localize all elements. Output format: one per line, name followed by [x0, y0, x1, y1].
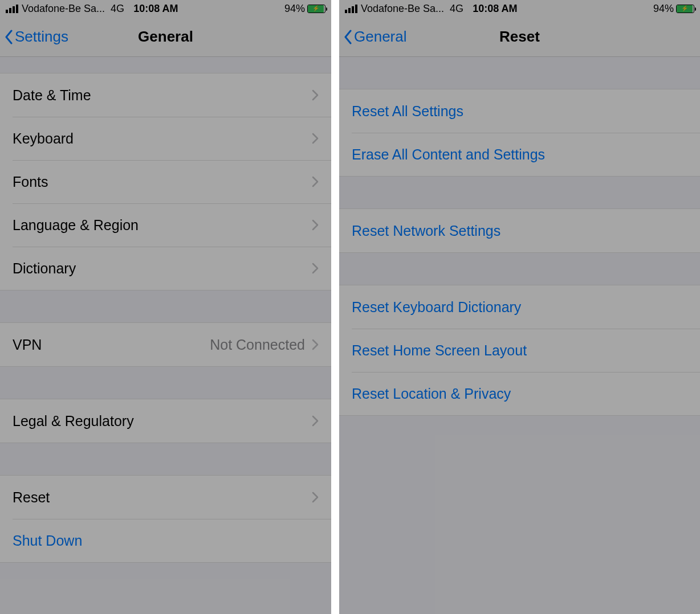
content: Reset All Settings Erase All Content and…	[339, 57, 700, 416]
row-label: Fonts	[13, 174, 48, 190]
charging-icon: ⚡	[312, 6, 319, 11]
carrier-label: Vodafone-Be Sa...	[361, 3, 444, 15]
chevron-right-icon	[312, 263, 319, 274]
row-label: Reset Home Screen Layout	[352, 342, 527, 359]
signal-icon	[345, 5, 357, 13]
row-reset-keyboard-dictionary[interactable]: Reset Keyboard Dictionary	[339, 285, 700, 329]
battery-icon: ⚡	[676, 5, 694, 13]
row-label: Reset Location & Privacy	[352, 386, 511, 402]
row-label: Language & Region	[13, 217, 139, 234]
row-erase-all-content[interactable]: Erase All Content and Settings	[339, 133, 700, 176]
phone-gap	[331, 0, 339, 614]
group-reset-main: Reset All Settings Erase All Content and…	[339, 89, 700, 177]
row-value: Not Connected	[210, 337, 305, 353]
row-label: Reset	[13, 489, 50, 506]
row-keyboard[interactable]: Keyboard	[0, 117, 331, 160]
chevron-right-icon	[312, 89, 319, 101]
phone-reset: Vodafone-Be Sa... 4G 10:08 AM 94% ⚡ Gene…	[339, 0, 700, 614]
row-label: Reset All Settings	[352, 103, 463, 120]
chevron-left-icon	[3, 28, 14, 46]
row-label: Legal & Regulatory	[13, 413, 134, 429]
group-reset-shutdown: Reset Shut Down	[0, 475, 331, 563]
back-button-general[interactable]: General	[339, 28, 407, 46]
row-label: VPN	[13, 337, 42, 353]
row-fonts[interactable]: Fonts	[0, 160, 331, 203]
group-vpn: VPN Not Connected	[0, 322, 331, 367]
chevron-right-icon	[312, 492, 319, 503]
chevron-right-icon	[312, 415, 319, 427]
back-label: General	[354, 28, 407, 46]
chevron-right-icon	[312, 339, 319, 350]
row-reset-all-settings[interactable]: Reset All Settings	[339, 89, 700, 133]
signal-icon	[6, 5, 18, 13]
row-vpn[interactable]: VPN Not Connected	[0, 323, 331, 366]
clock: 10:08 AM	[133, 3, 178, 15]
nav-bar: General Reset	[339, 17, 700, 57]
battery-percent: 94%	[284, 3, 305, 15]
charging-icon: ⚡	[681, 6, 688, 11]
status-bar: Vodafone-Be Sa... 4G 10:08 AM 94% ⚡	[0, 0, 331, 17]
row-label: Keyboard	[13, 130, 74, 147]
status-bar: Vodafone-Be Sa... 4G 10:08 AM 94% ⚡	[339, 0, 700, 17]
carrier-label: Vodafone-Be Sa...	[22, 3, 105, 15]
back-label: Settings	[15, 28, 68, 46]
row-date-time[interactable]: Date & Time	[0, 73, 331, 117]
clock: 10:08 AM	[473, 3, 517, 15]
group-reset-other: Reset Keyboard Dictionary Reset Home Scr…	[339, 285, 700, 416]
row-legal-regulatory[interactable]: Legal & Regulatory	[0, 399, 331, 443]
network-type: 4G	[111, 3, 124, 15]
row-label: Shut Down	[13, 533, 82, 549]
group-general-1: Date & Time Keyboard Fonts Language & Re…	[0, 73, 331, 290]
row-dictionary[interactable]: Dictionary	[0, 247, 331, 290]
row-shut-down[interactable]: Shut Down	[0, 519, 331, 562]
network-type: 4G	[450, 3, 463, 15]
chevron-left-icon	[343, 28, 353, 46]
row-reset-home-screen-layout[interactable]: Reset Home Screen Layout	[339, 329, 700, 372]
row-label: Reset Network Settings	[352, 223, 500, 239]
chevron-right-icon	[312, 133, 319, 144]
content: Date & Time Keyboard Fonts Language & Re…	[0, 57, 331, 563]
group-legal: Legal & Regulatory	[0, 399, 331, 443]
row-language-region[interactable]: Language & Region	[0, 203, 331, 247]
phone-general: Vodafone-Be Sa... 4G 10:08 AM 94% ⚡ Sett…	[0, 0, 331, 614]
group-reset-network: Reset Network Settings	[339, 208, 700, 253]
row-reset-network-settings[interactable]: Reset Network Settings	[339, 209, 700, 252]
row-label: Dictionary	[13, 260, 76, 277]
battery-icon: ⚡	[307, 5, 325, 13]
nav-bar: Settings General	[0, 17, 331, 57]
chevron-right-icon	[312, 176, 319, 187]
chevron-right-icon	[312, 219, 319, 231]
row-reset[interactable]: Reset	[0, 476, 331, 519]
row-label: Date & Time	[13, 87, 91, 104]
row-label: Reset Keyboard Dictionary	[352, 299, 521, 316]
back-button-settings[interactable]: Settings	[0, 28, 68, 46]
row-label: Erase All Content and Settings	[352, 146, 545, 163]
battery-percent: 94%	[653, 3, 674, 15]
row-reset-location-privacy[interactable]: Reset Location & Privacy	[339, 372, 700, 415]
